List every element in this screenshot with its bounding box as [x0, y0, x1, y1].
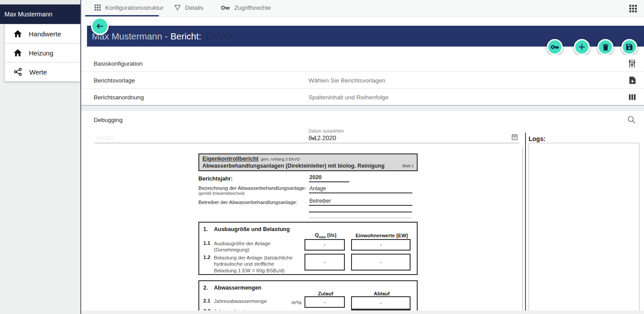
tab-konfigurationsstruktur[interactable]: Konfigurationsstruktur [95, 0, 163, 15]
back-button[interactable] [91, 17, 109, 35]
main-area: Konfigurationsstruktur Details Zugriffsr… [81, 0, 644, 314]
delete-button[interactable] [597, 39, 613, 55]
sidebar-item-label: Handwerte [29, 30, 61, 38]
search-icon[interactable] [628, 116, 636, 124]
key-icon [221, 5, 230, 10]
columns-icon[interactable] [629, 94, 636, 101]
save-floppy-icon [626, 44, 632, 50]
row-number: 1.1 [203, 240, 210, 246]
calendar-icon[interactable] [512, 134, 518, 140]
value-cell: - [351, 254, 411, 271]
sidebar-item-werte[interactable]: Werte [5, 63, 80, 81]
row-number: 2.1 [203, 298, 210, 303]
row-label: Berichtsvorlage [94, 77, 135, 83]
sidebar-item-label: Werte [29, 68, 47, 76]
value-cell: - [351, 296, 411, 310]
row-label: Ausbaugröße der Anlage (Genehmigung) [214, 240, 296, 253]
page-title: Max Mustermann - Bericht: EKVO [92, 26, 231, 47]
report-preview: Eigenkontrollberichtgem. Anhang 3 EKVO A… [198, 153, 418, 314]
value-cell: - [304, 254, 345, 271]
report-title: Eigenkontrollbericht [202, 155, 258, 162]
row-label: Belastung der Anlage (tatsächliche hydra… [214, 255, 296, 274]
page-title-emphasis: Bericht: [170, 31, 201, 42]
date-picker-field[interactable]: Datum auswählen 8.12.2020 [308, 129, 519, 143]
debugging-label: Debugging [94, 117, 122, 123]
field-value-berichtsjahr: 2020 [309, 174, 349, 182]
value-cell: - [304, 296, 345, 308]
row-label: Jahresabwassermenge [214, 298, 276, 304]
tab-label: Details [185, 4, 203, 11]
plus-icon [579, 44, 585, 50]
tab-zugriffsrechte[interactable]: Zugriffsrechte [221, 0, 271, 15]
field-value-betreiber: Betreiber [309, 198, 412, 206]
empty-field-line [309, 212, 412, 218]
row-label: Basiskonfiguration [94, 60, 142, 67]
apps-grid-icon[interactable] [628, 4, 637, 13]
section-number: 1. [203, 226, 208, 232]
add-button[interactable] [574, 39, 590, 55]
tab-label: Konfigurationsstruktur [105, 4, 163, 11]
row-description: Wählen Sie Berichtsvorlagen [308, 77, 385, 83]
sidebar-item-handwerte[interactable]: Handwerte [5, 24, 80, 43]
sidebar-item-label: Heizung [29, 49, 53, 57]
note-add-icon[interactable] [629, 76, 636, 84]
sidebar-user-name: Max Mustermann [4, 11, 52, 18]
value-cell: - [304, 239, 345, 251]
configuration-list: Basiskonfiguration Berichtsvorlage Wähle… [81, 55, 644, 106]
row-label: Berichtsanordnung [94, 94, 144, 100]
section-number: 2. [203, 285, 208, 291]
save-button[interactable] [621, 39, 637, 55]
page-title-faint-value: EKVO [205, 31, 231, 42]
tab-details[interactable]: Details [174, 0, 203, 15]
field-sublabel-bezeichnung: (gemäß Erlaubnisbescheid) [198, 191, 309, 196]
date-field-value: 8.12.2020 [308, 134, 519, 141]
column-header-ablauf: Ablauf [351, 291, 412, 296]
field-value-bezeichnung: Anlage [309, 185, 412, 193]
filter-icon [174, 5, 181, 11]
tab-bar: Konfigurationsstruktur Details Zugriffsr… [81, 0, 644, 17]
report-header-box: Eigenkontrollberichtgem. Anhang 3 EKVO A… [198, 153, 418, 171]
select-value: EKVO [97, 134, 114, 141]
sidebar-user-header: Max Mustermann [0, 4, 80, 24]
column-header-zulauf: Zulauf [304, 291, 347, 296]
field-label-betreiber: Betreiber der Abwasserbehandlungsanlage: [198, 200, 297, 205]
home-icon [14, 49, 22, 56]
report-subtitle: Abwasserbehandlungsanlagen (Direkteinlei… [202, 163, 384, 169]
section-divider [81, 106, 644, 111]
back-arrow-icon [96, 23, 103, 29]
tab-label: Zugriffsrechte [234, 4, 271, 11]
trash-icon [603, 44, 608, 51]
logs-divider [525, 133, 526, 314]
field-label-bezeichnung: Bezeichnung der Abwasserbehandlungsanlag… [198, 185, 309, 191]
row-basiskonfiguration[interactable]: Basiskonfiguration [81, 55, 644, 72]
report-section-2: 2. Abwassermengen Zulauf Ablauf 2.1 Jahr… [198, 280, 418, 314]
sidebar-nav: Handwerte Heizung Werte [4, 24, 80, 82]
report-sheet-number: Blatt 1 [402, 163, 414, 169]
key-icon [551, 45, 559, 49]
logs-output-box[interactable] [529, 143, 640, 314]
sliders-icon[interactable] [628, 59, 636, 67]
sidebar-item-heizung[interactable]: Heizung [5, 43, 80, 63]
column-header-qmax: Qmax [l/s] [304, 232, 347, 239]
grid-icon [95, 4, 101, 11]
report-type-select[interactable]: EKVO [95, 131, 316, 143]
row-unit: m³/a [277, 300, 301, 305]
logs-label: Logs: [529, 135, 545, 142]
bottom-scroll-strip[interactable] [81, 310, 644, 314]
permissions-key-button[interactable] [547, 39, 563, 55]
home-icon [14, 30, 22, 37]
report-paper-edge [522, 147, 523, 314]
row-berichtsvorlage[interactable]: Berichtsvorlage Wählen Sie Berichtsvorla… [81, 72, 644, 89]
section-title: Ausbaugröße und Belastung [214, 226, 290, 232]
debugging-section-header: Debugging [81, 111, 644, 129]
report-section-1: 1. Ausbaugröße und Belastung Qmax [l/s] … [198, 222, 418, 275]
report-fields: Berichtsjahr: 2020 Bezeichnung der Abwas… [198, 174, 418, 218]
value-cell: - [351, 239, 411, 251]
row-berichtsanordnung[interactable]: Berichtsanordnung Spalteninhalt und Reih… [81, 89, 644, 105]
date-field-label: Datum auswählen [308, 129, 519, 133]
report-title-suffix: gem. Anhang 3 EKVO [261, 157, 300, 161]
field-label-berichtsjahr: Berichtsjahr: [198, 176, 233, 182]
column-header-ew: Einwohnerwerte [EW] [351, 233, 412, 238]
row-number: 1.2 [203, 255, 210, 260]
section-title: Abwassermengen [214, 285, 261, 291]
